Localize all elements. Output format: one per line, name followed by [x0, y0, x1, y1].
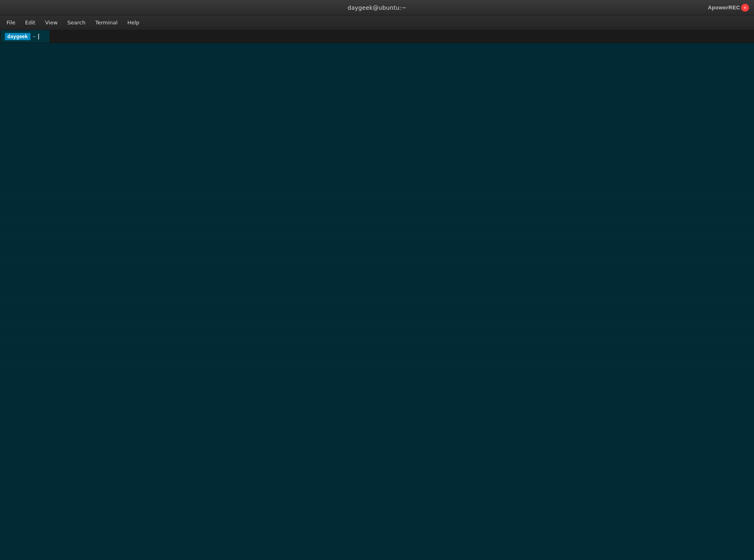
tabbar: daygeek ~	[0, 30, 754, 43]
apowerrec-icon: ✕	[741, 4, 749, 12]
menu-edit[interactable]: Edit	[20, 18, 40, 27]
menu-view[interactable]: View	[40, 18, 63, 27]
terminal-window: daygeek@ubuntu:~ ApowerREC ✕ File Edit V…	[0, 0, 754, 560]
menu-terminal[interactable]: Terminal	[90, 18, 122, 27]
menubar: File Edit View Search Terminal Help	[0, 15, 754, 30]
tab-username: daygeek	[5, 33, 30, 40]
menu-file[interactable]: File	[2, 18, 20, 27]
tab-path: ~	[33, 34, 36, 39]
titlebar: daygeek@ubuntu:~ ApowerREC ✕	[0, 0, 754, 15]
terminal-area[interactable]	[0, 43, 754, 560]
window-title: daygeek@ubuntu:~	[347, 4, 406, 11]
terminal-tab[interactable]: daygeek ~	[1, 30, 50, 43]
tab-cursor	[38, 34, 39, 39]
menu-search[interactable]: Search	[63, 18, 91, 27]
apowerrec-logo: ApowerREC	[708, 4, 740, 11]
menu-help[interactable]: Help	[122, 18, 144, 27]
watermark: ApowerREC ✕	[708, 4, 749, 12]
